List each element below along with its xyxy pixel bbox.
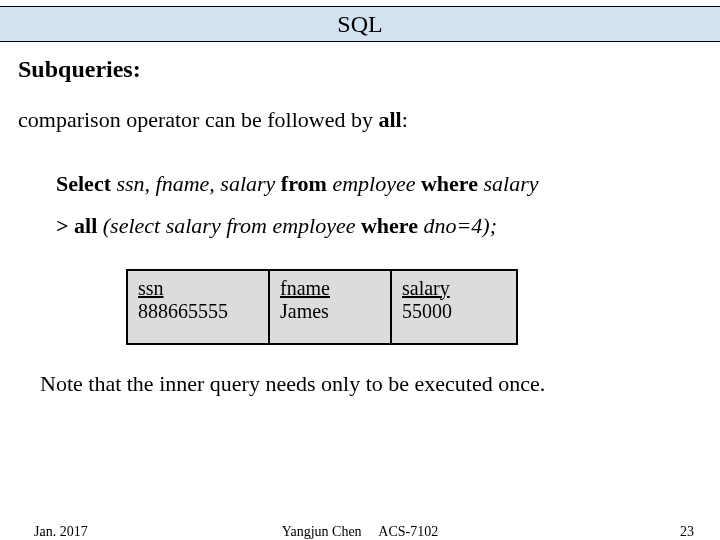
query-line-2: > all (select salary from employee where… xyxy=(56,205,720,247)
intro-pre: comparison operator can be followed by xyxy=(18,107,378,132)
cols: ssn, fname, salary xyxy=(116,171,280,196)
cell-ssn: ssn 888665555 xyxy=(127,270,269,344)
footer-center: Yangjun Chen ACS-7102 xyxy=(0,524,720,540)
intro-post: : xyxy=(402,107,408,132)
footer-course: ACS-7102 xyxy=(378,524,438,539)
subq-cond: dno=4); xyxy=(424,213,498,238)
intro-line: comparison operator can be followed by a… xyxy=(18,107,720,133)
col-header-ssn: ssn xyxy=(138,277,254,300)
col-header-fname: fname xyxy=(280,277,376,300)
subq-open: (select salary from xyxy=(103,213,273,238)
subq-table: employee xyxy=(272,213,361,238)
section-heading: Subqueries: xyxy=(18,56,720,83)
kw-where: where xyxy=(421,171,484,196)
footer-author: Yangjun Chen xyxy=(282,524,362,539)
cell-salary: salary 55000 xyxy=(391,270,517,344)
kw-select: Select xyxy=(56,171,116,196)
kw-where-2: where xyxy=(361,213,424,238)
cell-fname: fname James xyxy=(269,270,391,344)
result-table-wrap: ssn 888665555 fname James salary 55000 xyxy=(126,269,720,345)
col-salary: salary xyxy=(483,171,538,196)
col-header-salary: salary xyxy=(402,277,502,300)
query-line-1: Select ssn, fname, salary from employee … xyxy=(56,163,720,205)
result-table: ssn 888665555 fname James salary 55000 xyxy=(126,269,518,345)
intro-keyword: all xyxy=(378,107,401,132)
cell-value-fname: James xyxy=(280,300,329,322)
sql-query: Select ssn, fname, salary from employee … xyxy=(56,163,720,247)
table-row: ssn 888665555 fname James salary 55000 xyxy=(127,270,517,344)
cell-value-salary: 55000 xyxy=(402,300,452,322)
kw-from: from xyxy=(281,171,333,196)
cell-value-ssn: 888665555 xyxy=(138,300,228,322)
kw-gt-all: > all xyxy=(56,213,103,238)
note-text: Note that the inner query needs only to … xyxy=(40,371,720,397)
slide-title: SQL xyxy=(0,6,720,42)
footer-page-number: 23 xyxy=(680,524,694,540)
tbl-employee: employee xyxy=(332,171,421,196)
